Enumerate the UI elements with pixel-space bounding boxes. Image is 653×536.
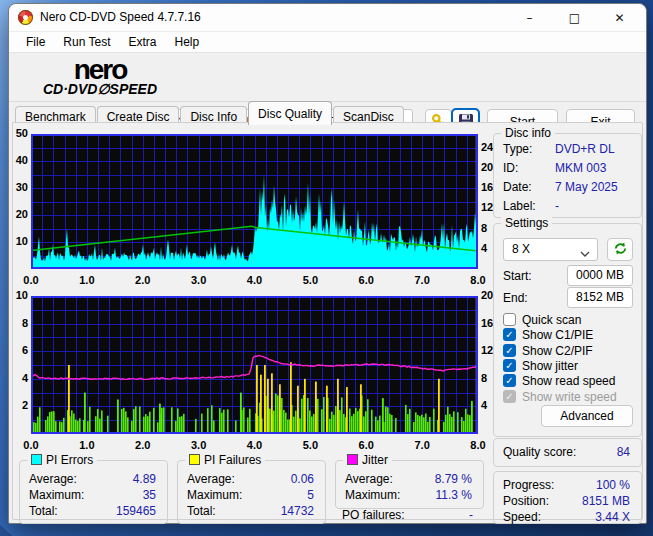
menu-item-help[interactable]: Help xyxy=(166,33,209,51)
pi-errors-chart: 102030405048121620240.01.02.03.04.05.06.… xyxy=(11,128,503,288)
average-row: Average:4.89 xyxy=(29,472,158,488)
jitter-stats-panel: Jitter Average:8.79 %Maximum:11.3 % xyxy=(335,460,484,509)
po-failures-label: PO failures: xyxy=(342,508,405,522)
maximum-value: 11.3 % xyxy=(436,488,472,502)
settings-title: Settings xyxy=(501,216,552,230)
start-field-label: Start: xyxy=(503,269,532,283)
progress-value: 100 % xyxy=(596,478,630,492)
disc-info-title: Disc info xyxy=(501,126,555,140)
pi-failures-chart: 246810481216200.01.02.03.04.05.06.07.08.… xyxy=(11,290,503,456)
disc-info-panel: Disc info Type:DVD+R DLID:MKM 003Date:7 … xyxy=(493,133,642,218)
minimize-button[interactable]: – xyxy=(507,4,552,31)
label-row: Label:- xyxy=(503,199,632,215)
pi-failures-plot xyxy=(31,296,478,434)
chevron-down-icon xyxy=(580,247,590,261)
id-label: ID: xyxy=(503,161,518,175)
maximum-row: Maximum:35 xyxy=(29,488,158,504)
axis-tick-label: 10 xyxy=(11,235,28,248)
title-bar: Nero CD-DVD Speed 4.7.7.16 – □ ✕ xyxy=(9,4,646,32)
type-label: Type: xyxy=(503,142,532,156)
total-row: Total:14732 xyxy=(187,504,316,520)
axis-tick-label: 0.0 xyxy=(18,439,44,452)
pi-errors-legend-swatch xyxy=(31,454,42,465)
end-field-label: End: xyxy=(503,291,528,305)
axis-tick-label: 3.0 xyxy=(186,439,212,452)
type-value: DVD+R DL xyxy=(555,142,615,156)
axis-tick-label: 0.0 xyxy=(18,274,44,287)
progress-panel: Progress:100 %Position:8151 MBSpeed:3.44… xyxy=(493,471,642,524)
checkbox-label: Quick scan xyxy=(522,313,581,327)
end-field[interactable]: 8152 MB xyxy=(567,287,633,308)
maximize-button[interactable]: □ xyxy=(552,4,597,31)
start-field[interactable]: 0000 MB xyxy=(567,265,633,286)
window-controls: – □ ✕ xyxy=(507,4,642,31)
menu-item-extra[interactable]: Extra xyxy=(119,33,165,51)
axis-tick-label: 7.0 xyxy=(409,439,435,452)
axis-tick-label: 2.0 xyxy=(130,274,156,287)
checkbox-label: Show jitter xyxy=(522,359,578,373)
checkbox-label: Show C2/PIF xyxy=(522,344,593,358)
checkbox-icon: ✓ xyxy=(503,390,516,403)
maximum-label: Maximum: xyxy=(345,488,400,502)
menu-item-run-test[interactable]: Run Test xyxy=(54,33,119,51)
maximum-label: Maximum: xyxy=(29,488,84,502)
maximum-row: Maximum:11.3 % xyxy=(345,488,474,504)
nero-logo: nero CD·DVD∅SPEED xyxy=(25,56,175,96)
axis-tick-label: 8.0 xyxy=(465,439,491,452)
pi-errors-plot xyxy=(31,134,478,269)
pi-errors-stats-title: PI Errors xyxy=(27,453,97,467)
axis-tick-label: 7.0 xyxy=(409,274,435,287)
axis-tick-label: 30 xyxy=(11,181,28,194)
checkbox-icon: ✓ xyxy=(503,374,516,387)
speed-selector[interactable]: 8 X xyxy=(503,238,598,261)
average-label: Average: xyxy=(29,472,77,486)
total-value: 159465 xyxy=(116,504,156,518)
total-value: 14732 xyxy=(281,504,314,518)
axis-tick-label: 4.0 xyxy=(242,274,268,287)
checkbox-icon: ✓ xyxy=(503,344,516,357)
axis-tick-label: 6.0 xyxy=(353,439,379,452)
average-row: Average:0.06 xyxy=(187,472,316,488)
nero-logo-text: nero xyxy=(25,56,175,84)
label-label: Label: xyxy=(503,199,536,213)
axis-tick-label: 4.0 xyxy=(242,439,268,452)
disc-icon: ∅ xyxy=(97,81,109,97)
axis-tick-label: 5.0 xyxy=(297,439,323,452)
maximum-row: Maximum:5 xyxy=(187,488,316,504)
advanced-button[interactable]: Advanced xyxy=(541,405,633,427)
desktop-wallpaper: Nero CD-DVD Speed 4.7.7.16 – □ ✕ FileRun… xyxy=(0,0,653,536)
quality-score-value: 84 xyxy=(617,445,630,459)
pi-failures-stats-panel: PI Failures Average:0.06Maximum:5Total:1… xyxy=(177,460,326,524)
close-button[interactable]: ✕ xyxy=(597,4,642,31)
axis-tick-label: 10 xyxy=(11,289,28,302)
cd-dvd-speed-logo-text: CD·DVD∅SPEED xyxy=(25,82,175,96)
menu-item-file[interactable]: File xyxy=(17,33,54,51)
checkbox-icon xyxy=(503,313,516,326)
speed-value: 3.44 X xyxy=(595,510,630,524)
settings-panel: Settings 8 X Start: 0000 MB End: 8152 MB… xyxy=(493,223,642,437)
average-label: Average: xyxy=(345,472,393,486)
maximum-value: 35 xyxy=(143,488,156,502)
average-value: 8.79 % xyxy=(435,472,472,486)
axis-tick-label: 1.0 xyxy=(74,439,100,452)
axis-tick-label: 6.0 xyxy=(353,274,379,287)
position-row: Position:8151 MB xyxy=(503,494,632,510)
label-value: - xyxy=(555,199,559,213)
date-row: Date:7 May 2025 xyxy=(503,180,632,196)
tab-disc-quality[interactable]: Disc Quality xyxy=(248,101,332,125)
refresh-button[interactable] xyxy=(607,238,633,261)
menu-bar: FileRun TestExtraHelp xyxy=(9,32,646,53)
progress-label: Progress: xyxy=(503,478,554,492)
axis-tick-label: 50 xyxy=(11,127,28,140)
position-value: 8151 MB xyxy=(582,494,630,508)
axis-tick-label: 40 xyxy=(11,154,28,167)
checkbox-label: Show C1/PIE xyxy=(522,328,593,342)
refresh-icon xyxy=(613,241,628,256)
average-value: 0.06 xyxy=(291,472,314,486)
axis-tick-label: 2 xyxy=(11,399,28,412)
date-label: Date: xyxy=(503,180,532,194)
app-window: Nero CD-DVD Speed 4.7.7.16 – □ ✕ FileRun… xyxy=(8,3,647,524)
pi-failures-legend-swatch xyxy=(189,454,200,465)
checkbox-icon: ✓ xyxy=(503,359,516,372)
pi-failures-stats-title: PI Failures xyxy=(185,453,265,467)
